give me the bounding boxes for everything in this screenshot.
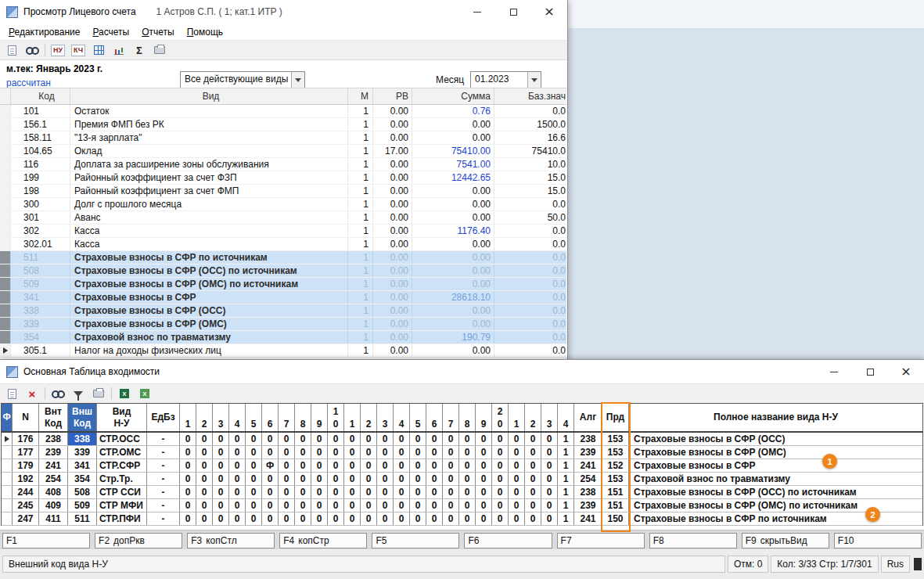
fkey-f3[interactable]: F3копСтл — [187, 533, 275, 548]
fkey-f9[interactable]: F9скрытьВид — [742, 533, 829, 548]
cell-m: 1 — [348, 131, 373, 144]
account-row[interactable]: 158.11"13-я зарплата"10.000.0016.6 — [0, 131, 566, 145]
inclusion-window-titlebar[interactable]: Основная Таблица входимости × — [0, 360, 924, 383]
minimize-button[interactable] — [816, 360, 852, 383]
cell-col-7: 0 — [279, 473, 295, 485]
cell-col-24: 1 — [558, 459, 574, 472]
cell-rv: 0.00 — [373, 318, 412, 330]
export-excel-button[interactable]: X — [117, 386, 132, 401]
cell-m: 1 — [348, 238, 373, 250]
sum-button[interactable]: Σ — [131, 42, 147, 58]
chevron-down-icon[interactable] — [291, 72, 304, 88]
grid-row[interactable]: 247411511СТР.ПФИ-00000000000000000000000… — [2, 512, 922, 526]
cell-col-6: 0 — [262, 499, 279, 512]
cell-alg: 241 — [574, 459, 602, 472]
grid-row[interactable]: 177239339СТР.ОМС-00000000000000000000000… — [2, 446, 922, 459]
fkey-f1[interactable]: F1 — [2, 533, 90, 548]
cell-col-8: 0 — [295, 499, 311, 512]
account-row[interactable]: 301Аванс10.000.0050.0 — [0, 211, 566, 225]
nu-button[interactable]: НУ — [50, 42, 66, 58]
menu-help[interactable]: Помощь — [181, 25, 229, 39]
account-row[interactable]: 302.01Касса10.000.000.0 — [0, 238, 566, 251]
cell-col-23: 0 — [541, 433, 558, 445]
account-row[interactable]: 198Районный коэффициент за счет ФМП10.00… — [0, 185, 566, 198]
col-header-int-code: Внт Код — [39, 404, 68, 431]
grid-row[interactable]: 245409509СТР МФИ-00000000000000000000000… — [2, 499, 922, 512]
account-row[interactable]: 116Доплата за расширение зоны обслуживан… — [0, 158, 566, 171]
close-button[interactable]: × — [531, 0, 567, 23]
status-language[interactable]: Rus — [881, 556, 910, 573]
cell-code: 509 — [11, 278, 70, 290]
account-row[interactable]: 199Районный коэффициент за счет ФЗП10.00… — [0, 171, 566, 185]
ku-button[interactable]: КЧ — [70, 42, 86, 58]
fkey-f6[interactable]: F6 — [464, 533, 552, 548]
grid-row[interactable]: 244408508СТР ССИ-00000000000000000000000… — [2, 486, 922, 499]
row-marker — [0, 118, 11, 131]
minimize-button[interactable] — [459, 0, 495, 23]
fkey-f4[interactable]: F4копСтр — [279, 533, 367, 548]
fkey-f5[interactable]: F5 — [372, 533, 459, 548]
account-row[interactable]: 354Страховой взнос по травматизму10.0019… — [0, 331, 566, 344]
cell-col-13: 0 — [377, 433, 394, 445]
cell-col-18: 0 — [459, 486, 476, 498]
chart-button[interactable] — [111, 42, 127, 58]
new-record-button[interactable] — [4, 386, 20, 401]
account-row[interactable]: 302Касса10.001176.400.0 — [0, 225, 566, 238]
search-button[interactable] — [24, 42, 40, 58]
resize-grip[interactable] — [914, 558, 922, 570]
cell-name: Районный коэффициент за счет ФМП — [70, 185, 348, 197]
fkey-f7[interactable]: F7 — [557, 533, 645, 548]
account-row[interactable]: 508Страховые взносы в СФР (ОСС) по источ… — [0, 264, 566, 278]
row-marker — [0, 145, 11, 157]
fkey-f8[interactable]: F8 — [649, 533, 737, 548]
cell-name: Страховые взносы в СФР — [70, 291, 348, 304]
account-row[interactable]: 509Страховые взносы в СФР (ОМС) по источ… — [0, 278, 566, 291]
cell-col-17: 0 — [443, 446, 459, 459]
cell-ext-code[interactable]: 338 — [68, 433, 97, 445]
cell-sum: 0.00 — [412, 264, 494, 277]
account-window-titlebar[interactable]: Просмотр Лицевого счета 1 Астров С.П. ( … — [0, 0, 567, 23]
fkey-f10[interactable]: F10 — [834, 533, 922, 548]
menu-edit[interactable]: Редактирование — [2, 25, 86, 39]
account-row[interactable]: 305.1Налог на доходы физических лиц10.00… — [0, 344, 566, 358]
account-row[interactable]: 511Страховые взносы в СФР по источникам1… — [0, 251, 566, 264]
grid-row[interactable]: 192254354Стр.Тр.-00000000000000000000000… — [2, 473, 922, 486]
account-row[interactable]: 338Страховые взносы в СФР (ОСС)10.000.00… — [0, 304, 566, 318]
grid-row[interactable]: 176238338СТР.ОСС-00000000000000000000000… — [2, 433, 922, 446]
export-excel-button-2[interactable]: X — [137, 386, 153, 401]
cell-full-name: Страховые взносы в СФР (ОСС) по источник… — [629, 486, 922, 498]
row-marker — [0, 304, 11, 317]
fkey-f2[interactable]: F2допРкв — [95, 533, 182, 548]
view-filter-select[interactable]: Все действующие виды — [180, 71, 305, 88]
delete-record-button[interactable]: × — [24, 386, 40, 401]
account-row[interactable]: 300Долг с прошлого месяца10.000.000.0 — [0, 198, 566, 211]
cell-int-code: 241 — [39, 459, 68, 472]
cell-col-22: 0 — [525, 512, 541, 525]
cell-n: 245 — [13, 499, 39, 512]
print-button[interactable] — [152, 42, 167, 58]
grid-col-header-8: 8 — [295, 404, 311, 431]
close-button[interactable]: × — [888, 360, 924, 383]
print-button[interactable] — [91, 386, 106, 401]
account-row[interactable]: 341Страховые взносы в СФР10.0028618.100.… — [0, 291, 566, 304]
month-select[interactable]: 01.2023 — [470, 71, 541, 88]
cell-col-23: 0 — [541, 473, 558, 485]
account-row[interactable]: 104.65Оклад117.0075410.0075410.0 — [0, 145, 566, 158]
maximize-button[interactable] — [852, 360, 888, 383]
account-row[interactable]: 339Страховые взносы в СФР (ОМС)10.000.00… — [0, 318, 566, 331]
cell-col-21: 0 — [509, 433, 525, 445]
maximize-button[interactable] — [495, 0, 531, 23]
menu-calculations[interactable]: Расчеты — [86, 25, 135, 39]
chevron-down-icon[interactable] — [527, 72, 541, 88]
menu-reports[interactable]: Отчеты — [135, 25, 181, 39]
account-row[interactable]: 156.1Премия ФМП без РК10.000.001500.0 — [0, 118, 566, 131]
grid-row[interactable]: 179241341СТР.СФР-00000Ф00000000000000000… — [2, 459, 922, 473]
account-row[interactable]: 101Остаток10.000.760.0 — [0, 105, 566, 118]
filter-button[interactable] — [70, 386, 86, 401]
table-view-button[interactable] — [91, 42, 106, 58]
new-document-button[interactable] — [4, 42, 20, 58]
cell-col-3: 0 — [213, 512, 229, 525]
cell-col-8: 0 — [295, 433, 311, 445]
search-button[interactable] — [50, 386, 66, 401]
row-marker — [2, 433, 13, 445]
